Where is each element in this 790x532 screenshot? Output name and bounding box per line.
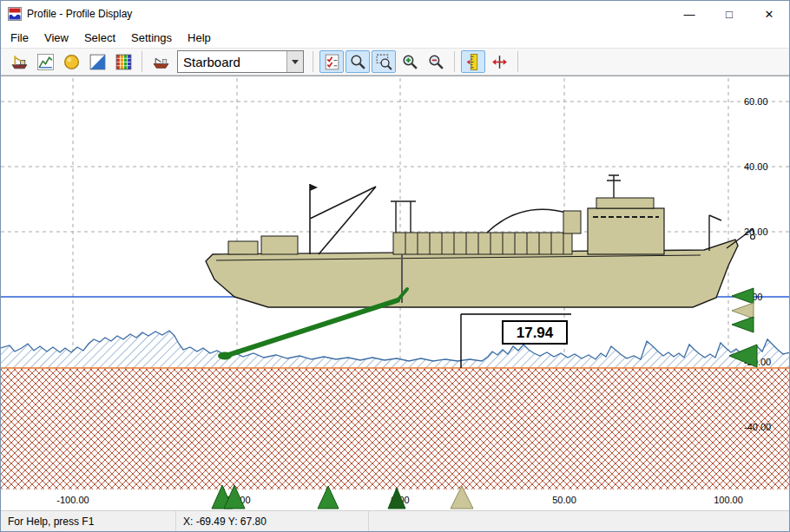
- depth-value: 17.94: [517, 325, 554, 341]
- verify-checklist-button[interactable]: [319, 50, 344, 73]
- window-title: Profile - Profile Display: [27, 8, 669, 20]
- app-icon: [8, 7, 22, 21]
- verify-checklist-icon: [323, 53, 341, 71]
- status-help: For Help, press F1: [1, 511, 176, 532]
- zoom-in-button[interactable]: [398, 50, 422, 73]
- toolbar-separator: [142, 51, 142, 72]
- chevron-down-icon: [292, 60, 299, 64]
- dredger-display-icon: [10, 53, 29, 71]
- menu-help[interactable]: Help: [180, 29, 219, 47]
- window-controls: — □ ✕: [669, 1, 789, 27]
- right-marker-green-1: [732, 288, 754, 304]
- view-select-dropdown-button[interactable]: [286, 51, 303, 72]
- right-markers: [729, 288, 757, 367]
- x-axis-label: 100.00: [714, 495, 743, 505]
- split-view-icon: [89, 53, 107, 71]
- chart-view-icon: [36, 53, 55, 71]
- right-marker-green-2: [732, 317, 754, 332]
- toolbar: Starboard: [1, 48, 789, 76]
- x-axis-label: -100.00: [56, 495, 89, 505]
- maximize-button[interactable]: □: [709, 1, 749, 27]
- y-axis-label: 40.00: [744, 161, 768, 172]
- y-axis-label: 20.00: [744, 227, 768, 237]
- track-measure-button[interactable]: [487, 50, 511, 73]
- profile-plot: 17.94 60.00 40.00 20.00 0.00 -20.00 -40.…: [1, 76, 789, 510]
- menu-file[interactable]: File: [3, 29, 36, 47]
- right-marker-tan: [732, 303, 754, 319]
- split-view-button[interactable]: [85, 50, 109, 73]
- close-button[interactable]: ✕: [749, 1, 789, 27]
- x-axis-label: 50.00: [552, 495, 576, 505]
- zoom-out-button[interactable]: [424, 50, 448, 73]
- dredger-ship: [206, 175, 755, 307]
- hopper-coaming: [393, 233, 572, 254]
- ruler-button[interactable]: [461, 50, 485, 73]
- ship-crane: [310, 184, 376, 254]
- y-axis-label: 60.00: [744, 96, 768, 107]
- view-select[interactable]: Starboard: [177, 50, 304, 73]
- draghead: [218, 352, 232, 360]
- title-bar: Profile - Profile Display — □ ✕: [1, 1, 789, 27]
- ship-bridge: [588, 208, 664, 254]
- radar-mast: [607, 175, 621, 198]
- view-select-value: Starboard: [178, 55, 286, 69]
- app-window: Profile - Profile Display — □ ✕ File Vie…: [0, 0, 790, 532]
- zoom-in-icon: [401, 53, 419, 71]
- toolbar-separator: [454, 51, 455, 72]
- menu-view[interactable]: View: [36, 29, 76, 47]
- dredger-display-button[interactable]: [7, 50, 31, 73]
- dredged-area: [1, 368, 790, 489]
- profile-canvas[interactable]: 17.94 60.00 40.00 20.00 0.00 -20.00 -40.…: [1, 76, 790, 510]
- ruler-icon: [464, 53, 483, 71]
- ship-select-button[interactable]: [148, 50, 173, 73]
- menu-bar: File View Select Settings Help: [1, 27, 789, 48]
- color-matrix-button[interactable]: [111, 50, 135, 73]
- menu-settings[interactable]: Settings: [123, 29, 180, 47]
- track-measure-icon: [490, 53, 509, 71]
- status-bar: For Help, press F1 X: -69.49 Y: 67.80: [1, 510, 789, 532]
- gauge-coin-icon: [63, 53, 81, 71]
- zoom-out-icon: [427, 53, 445, 71]
- chart-view-button[interactable]: [33, 50, 57, 73]
- y-axis-label: -40.00: [744, 422, 771, 432]
- menu-select[interactable]: Select: [76, 29, 123, 47]
- zoom-button[interactable]: [346, 50, 370, 73]
- minimize-button[interactable]: —: [669, 1, 709, 27]
- color-matrix-icon: [115, 53, 133, 71]
- zoom-window-button[interactable]: [372, 50, 396, 73]
- gauge-coin-button[interactable]: [59, 50, 83, 73]
- toolbar-separator: [313, 51, 313, 72]
- status-coordinates: X: -69.49 Y: 67.80: [176, 511, 369, 532]
- zoom-window-icon: [375, 53, 393, 71]
- ship-select-icon: [152, 53, 170, 71]
- seabed-profile: [1, 331, 790, 369]
- zoom-icon: [349, 53, 367, 71]
- ship-gantry: [391, 201, 416, 233]
- toolbar-separator: [517, 51, 518, 72]
